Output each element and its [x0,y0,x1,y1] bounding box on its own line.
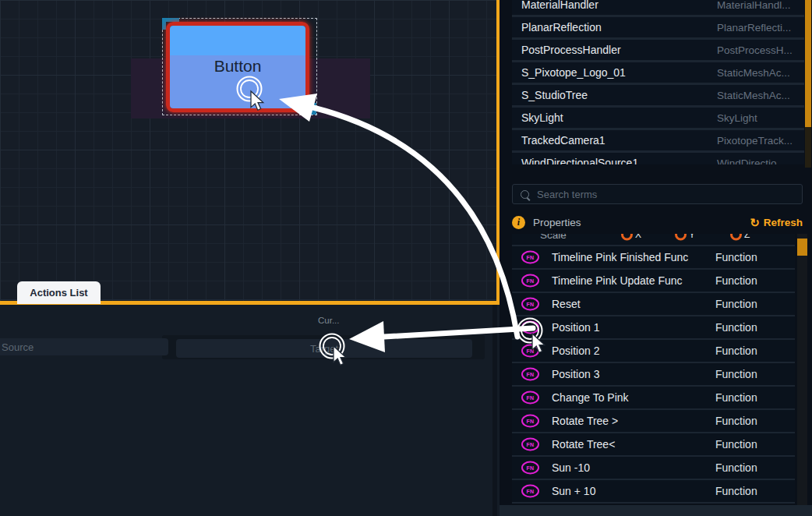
object-type: PlanarReflecti... [717,22,791,34]
property-label: Timeline Pink Update Func [552,274,683,287]
properties-list: Scale X Y Z FN Timeline Pink Finished Fu… [512,234,795,505]
tab-actions-list[interactable]: Actions List [17,281,101,304]
property-label: Position 3 [552,368,599,380]
info-icon: i [512,216,525,229]
scene-button-top-half [170,26,305,55]
scene-object-list: MaterialHandler MaterialHandl... PlanarR… [512,0,804,164]
object-name: S_StudioTree [521,89,588,101]
property-type: Function [715,321,757,334]
fn-icon[interactable]: FN [521,438,539,451]
object-name: PostProcessHandler [521,44,621,56]
object-name: PlanarReflection [521,21,602,34]
fn-icon[interactable]: FN [521,391,539,405]
object-row-studiotree[interactable]: S_StudioTree StaticMeshAc... [512,85,804,108]
object-name: S_Pixotope_Logo_01 [521,66,626,79]
object-row-postprocesshandler[interactable]: PostProcessHandler PostProcessH... [512,40,804,62]
refresh-button[interactable]: ↻ Refresh [750,217,803,228]
current-column-label: Cur... [318,316,339,325]
property-row-timeline-pink-update[interactable]: FN Timeline Pink Update Func Function [512,270,795,293]
property-type: Function [715,391,757,404]
fn-icon[interactable]: FN [521,368,539,381]
property-label: Sun + 10 [552,485,595,497]
property-row-rotate-tree-left[interactable]: FN Rotate Tree< Function [512,433,795,457]
app-window: Button Actions List Cur... MaterialHandl… [0,0,812,516]
properties-panel-footer [500,505,812,516]
property-row-position-3[interactable]: FN Position 3 Function [512,363,795,387]
axis-z-label: Z [744,234,750,240]
property-type: Function [715,438,757,451]
property-type: Function [715,415,757,427]
axis-z-icon [730,234,742,241]
viewport-canvas[interactable]: Button [0,0,496,301]
fn-icon[interactable]: FN [521,461,539,475]
fn-icon[interactable]: FN [521,298,539,311]
property-type: Function [715,345,757,357]
property-row-position-2[interactable]: FN Position 2 Function [512,340,795,363]
object-row-planarreflection[interactable]: PlanarReflection PlanarReflecti... [512,17,804,40]
fn-icon[interactable]: FN [521,251,539,264]
fn-icon[interactable]: FN [521,321,539,334]
axis-x-icon [621,234,633,241]
property-row-sun-minus-10[interactable]: FN Sun -10 Function [512,457,795,480]
property-type: Function [715,485,757,497]
object-name: WindDirectionalSource1 [521,157,638,164]
property-label: Sun -10 [552,461,590,474]
object-type: PostProcessH... [717,44,793,56]
object-row-materialhandler[interactable]: MaterialHandler MaterialHandl... [512,0,804,17]
properties-header: i Properties ↻ Refresh [512,212,803,232]
axis-y-icon [675,234,687,241]
refresh-icon: ↻ [750,217,760,228]
scene-button-label: Button [170,57,305,76]
property-label: Rotate Tree > [552,415,618,427]
source-input[interactable] [0,338,168,355]
property-row-timeline-pink-finished[interactable]: FN Timeline Pink Finished Func Function [512,246,795,270]
actions-panel-scrollbar[interactable] [492,305,497,516]
property-label: Reset [552,298,581,310]
object-type: StaticMeshAc... [717,67,790,79]
property-row-sun-plus-10[interactable]: FN Sun + 10 Function [512,480,795,504]
property-label: Rotate Tree< [552,438,615,451]
property-type: Function [715,461,757,474]
target-input[interactable] [176,339,472,358]
axis-y-label: Y [689,234,695,240]
object-type: SkyLight [717,112,757,124]
object-type: MaterialHandl... [717,0,791,11]
fn-icon[interactable]: FN [521,345,539,358]
property-type: Function [715,368,757,380]
properties-scrollbar-thumb[interactable] [797,239,807,256]
fn-icon[interactable]: FN [521,485,539,498]
property-row-rotate-tree-right[interactable]: FN Rotate Tree > Function [512,410,795,433]
property-row-scale-clipped[interactable]: Scale X Y Z [512,234,795,246]
property-row-reset[interactable]: FN Reset Function [512,293,795,316]
property-label: Change To Pink [552,391,629,404]
property-row-change-to-pink[interactable]: FN Change To Pink Function [512,387,795,410]
search-icon [521,190,529,199]
object-row-winddirectionalsource[interactable]: WindDirectionalSource1 WindDirectio... [512,153,804,164]
properties-title: Properties [533,217,581,228]
property-label: Position 2 [552,345,599,357]
properties-scrollbar-track[interactable] [797,234,807,505]
actions-list-tab-label: Actions List [30,287,87,299]
fn-icon[interactable]: FN [521,415,539,428]
fn-icon[interactable]: FN [521,274,539,288]
object-list-scrollbar-thumb[interactable] [805,0,811,127]
object-type: StaticMeshAc... [717,90,790,101]
axis-x-label: X [635,234,641,240]
property-row-position-1[interactable]: FN Position 1 Function [512,316,795,340]
refresh-label: Refresh [764,217,803,228]
property-label: Position 1 [552,321,599,334]
object-name: MaterialHandler [521,0,598,11]
property-type: Function [715,251,757,263]
object-type: WindDirectio... [717,157,786,165]
scale-label: Scale [540,234,567,241]
object-name: SkyLight [521,111,563,124]
object-row-skylight[interactable]: SkyLight SkyLight [512,108,804,130]
object-name: TrackedCamera1 [521,134,605,147]
property-type: Function [715,274,757,287]
object-row-pixotope-logo[interactable]: S_Pixotope_Logo_01 StaticMeshAc... [512,62,804,85]
property-type: Function [715,298,757,310]
object-row-trackedcamera[interactable]: TrackedCamera1 PixotopeTrack... [512,130,804,153]
property-label: Timeline Pink Finished Func [552,251,688,263]
scene-button-widget[interactable]: Button [166,22,309,112]
search-input[interactable] [535,188,802,201]
